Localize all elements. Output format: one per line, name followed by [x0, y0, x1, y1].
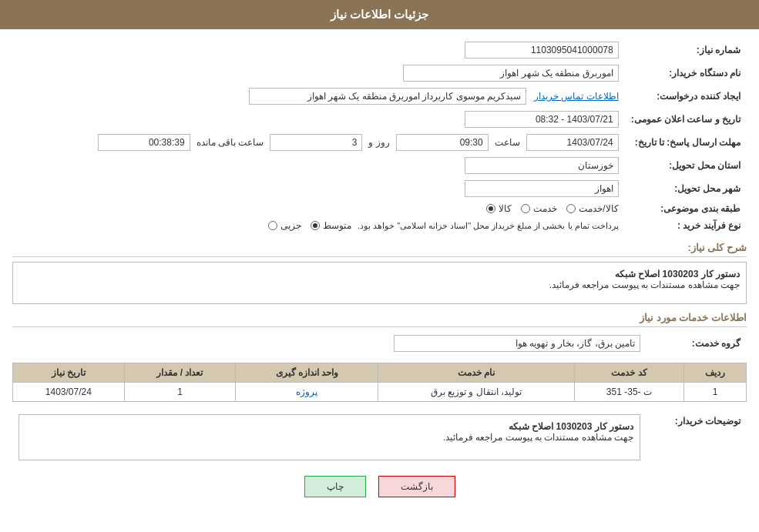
table-row: 1 ت -35- 351 تولید، انتقال و توزیع برق پ…: [13, 383, 747, 402]
buyer-desc-label: توضیحات خریدار:: [646, 411, 747, 463]
category-label: طبقه بندی موضوعی:: [625, 200, 747, 217]
general-desc-sub: جهت مشاهده مستندات به پیوست مراجعه فرمائ…: [19, 279, 740, 290]
category-option-goods[interactable]: کالا: [486, 203, 512, 214]
creator-contact-link[interactable]: اطلاعات تماس خریدار: [534, 91, 619, 102]
purchase-label-medium: متوسط: [323, 220, 351, 231]
category-radio-service[interactable]: [521, 204, 530, 213]
category-label-goods: کالا: [499, 203, 512, 214]
category-option-goods-service[interactable]: کالا/خدمت: [566, 203, 618, 214]
general-desc-box: دستور کار 1030203 اصلاح شبکه جهت مشاهده …: [12, 262, 747, 304]
col-header-code: کد خدمت: [574, 363, 684, 383]
service-group-value: تامین برق، گاز، بخار و تهویه هوا: [394, 335, 640, 352]
purchase-option-medium[interactable]: متوسط: [311, 220, 351, 231]
col-header-quantity: تعداد / مقدار: [124, 363, 236, 383]
province-value: خوزستان: [465, 157, 619, 174]
cell-name: تولید، انتقال و توزیع برق: [378, 383, 574, 402]
col-header-name: نام خدمت: [378, 363, 574, 383]
cell-unit: پروژه: [236, 383, 378, 402]
purchase-radio-minor[interactable]: [268, 221, 277, 230]
buyer-desc-table: توضیحات خریدار: دستور کار 1030203 اصلاح …: [12, 411, 747, 463]
announce-date-value: 1403/07/21 - 08:32: [465, 111, 619, 128]
category-radio-goods[interactable]: [486, 204, 495, 213]
print-button[interactable]: چاپ: [304, 476, 366, 497]
announce-date-label: تاریخ و ساعت اعلان عمومی:: [625, 108, 747, 131]
purchase-type-row: پرداخت تمام یا بخشی از مبلغ خریداز محل "…: [18, 220, 619, 231]
purchase-radio-group: متوسط جزیی: [268, 220, 351, 231]
days-value: 3: [270, 134, 362, 151]
purchase-option-minor[interactable]: جزیی: [268, 220, 301, 231]
cell-date: 1403/07/24: [13, 383, 125, 402]
general-desc-container: دستور کار 1030203 اصلاح شبکه جهت مشاهده …: [12, 262, 747, 304]
buyer-desc-text: دستور کار 1030203 اصلاح شبکه: [25, 421, 633, 432]
cell-code: ت -35- 351: [574, 383, 684, 402]
province-label: استان محل تحویل:: [625, 154, 747, 177]
purchase-label-minor: جزیی: [280, 220, 301, 231]
service-group-label: گروه خدمت:: [646, 332, 747, 355]
need-number-label: شماره نیاز:: [625, 38, 747, 62]
remaining-value: 00:38:39: [98, 134, 190, 151]
city-label: شهر محل تحویل:: [625, 177, 747, 200]
purchase-radio-medium[interactable]: [311, 221, 320, 230]
days-label: روز و: [368, 137, 389, 148]
buyer-desc-box: دستور کار 1030203 اصلاح شبکه جهت مشاهده …: [18, 414, 640, 460]
category-label-goods-service: کالا/خدمت: [579, 203, 618, 214]
service-info-section-title: اطلاعات خدمات مورد نیاز: [12, 312, 747, 327]
purchase-note: پرداخت تمام یا بخشی از مبلغ خریداز محل "…: [358, 221, 619, 231]
buyer-desc-sub: جهت مشاهده مستندات به پیوست مراجعه فرمائ…: [25, 432, 633, 443]
service-items-table: ردیف کد خدمت نام خدمت واحد اندازه گیری ت…: [12, 363, 747, 402]
remaining-label: ساعت باقی مانده: [196, 137, 264, 148]
response-deadline-label: مهلت ارسال پاسخ: تا تاریخ:: [625, 131, 747, 154]
buttons-row: بازگشت چاپ: [12, 476, 747, 497]
response-date: 1403/07/24: [526, 134, 619, 151]
page-title: جزئیات اطلاعات نیاز: [331, 8, 428, 21]
creator-label: ایجاد کننده درخواست:: [625, 85, 747, 108]
general-desc-text: دستور کار 1030203 اصلاح شبکه: [19, 269, 740, 279]
creator-value: سیدکریم موسوی کاربرداز اموربرق منطقه یک …: [249, 88, 526, 105]
response-time-label: ساعت: [495, 137, 520, 148]
need-number-value: 1103095041000078: [465, 42, 619, 59]
general-desc-section-title: شرح کلی نیاز:: [12, 242, 747, 257]
city-value: اهواز: [465, 180, 619, 197]
response-time: 09:30: [396, 134, 489, 151]
buyer-org-value: اموربرق منطقه یک شهر اهواز: [403, 65, 619, 82]
col-header-row: ردیف: [684, 363, 747, 383]
page-header: جزئیات اطلاعات نیاز: [0, 0, 759, 29]
cell-quantity: 1: [124, 383, 236, 402]
col-header-unit: واحد اندازه گیری: [236, 363, 378, 383]
back-button[interactable]: بازگشت: [378, 476, 455, 497]
buyer-org-label: نام دستگاه خریدار:: [625, 62, 747, 85]
category-option-service[interactable]: خدمت: [521, 203, 557, 214]
category-label-service: خدمت: [533, 203, 557, 214]
category-radio-goods-service[interactable]: [566, 204, 576, 213]
purchase-type-label: نوع فرآیند خرید :: [625, 217, 747, 234]
main-info-table: شماره نیاز: 1103095041000078 نام دستگاه …: [12, 38, 747, 234]
service-group-table: گروه خدمت: تامین برق، گاز، بخار و تهویه …: [12, 332, 747, 355]
cell-row-num: 1: [684, 383, 747, 402]
category-radio-group: کالا/خدمت خدمت کالا: [486, 203, 618, 214]
response-row: 1403/07/24 ساعت 09:30 روز و 3 ساعت باقی …: [18, 134, 619, 151]
col-header-date: تاریخ نیاز: [13, 363, 125, 383]
